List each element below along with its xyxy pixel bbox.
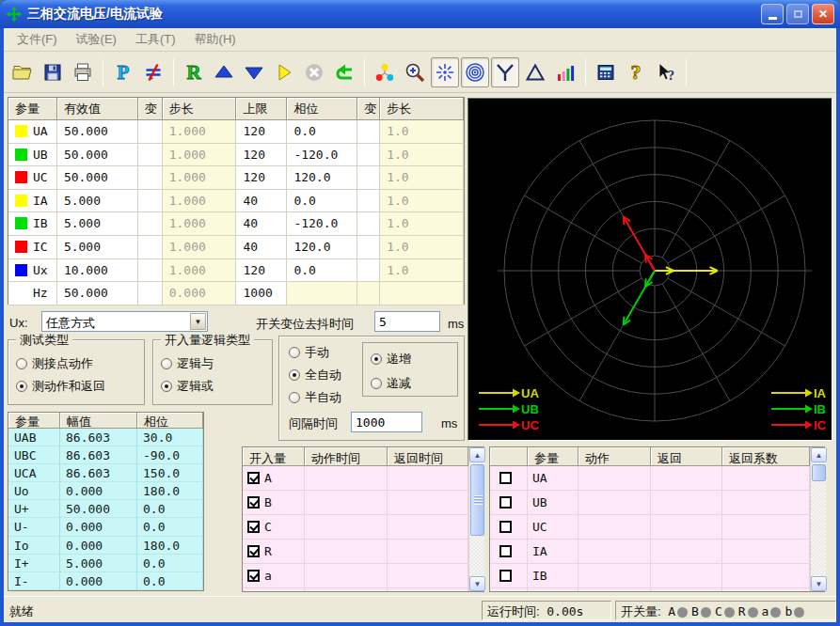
limit-cell[interactable]: 120 — [236, 144, 287, 167]
checkbox-UA[interactable] — [499, 472, 512, 484]
revert-button[interactable] — [330, 57, 358, 87]
menu-item-2[interactable]: 试验(E) — [67, 28, 126, 51]
input-table-scrollbar-down-arrow[interactable]: ▼ — [469, 576, 485, 591]
phase-cell[interactable]: 120.0 — [287, 166, 357, 190]
start-button[interactable] — [270, 57, 298, 87]
maximize-button[interactable] — [786, 4, 809, 24]
interval-input[interactable] — [351, 412, 422, 432]
calculator-button[interactable] — [592, 57, 620, 87]
limit-cell[interactable]: 120 — [236, 259, 287, 283]
combo-dropdown-icon[interactable]: ▼ — [190, 313, 206, 330]
minimize-button[interactable] — [761, 4, 784, 24]
phase-cell[interactable]: 0.0 — [287, 120, 357, 144]
zoom-in-button[interactable] — [401, 57, 429, 87]
param-header-1: 参量 — [8, 98, 57, 120]
debounce-input[interactable] — [374, 311, 440, 332]
mode-radio-1[interactable]: 手动 — [289, 344, 329, 361]
print-button[interactable] — [69, 57, 97, 87]
ray-view-button[interactable] — [431, 57, 459, 87]
delta-view-button[interactable] — [521, 57, 549, 87]
rms-value-cell[interactable]: 5.000 — [57, 190, 138, 213]
parameter-r-button[interactable]: R — [180, 57, 208, 87]
checkbox-IA[interactable] — [499, 545, 512, 557]
mode-radio-label: 全自动 — [305, 367, 341, 383]
phase-step-cell: 1.0 — [380, 259, 464, 283]
derived-header-2: 幅值 — [60, 413, 137, 429]
y-view-button[interactable] — [491, 57, 519, 87]
direction-radio-2[interactable]: 递减 — [371, 375, 411, 392]
current-legend-arrow-icon — [770, 385, 814, 402]
help-button[interactable]: ? — [622, 57, 650, 87]
phase-color-swatch — [15, 171, 27, 183]
menu-item-3[interactable]: 工具(T) — [126, 28, 185, 51]
checkbox-R[interactable] — [247, 545, 260, 557]
rms-value-cell[interactable]: 10.000 — [57, 259, 138, 283]
toolbar-separator — [585, 59, 586, 86]
step-up-button[interactable] — [210, 57, 238, 87]
fault-set-button[interactable] — [139, 57, 167, 87]
input-table-scrollbar-thumb[interactable] — [470, 464, 484, 536]
context-help-button[interactable]: ? — [652, 57, 680, 87]
ux-mode-combo[interactable]: 任意方式 ▼ — [41, 311, 208, 332]
limit-cell[interactable]: 40 — [236, 212, 287, 236]
phase-cell[interactable]: 0.0 — [287, 259, 357, 283]
phase-cell[interactable]: 0.0 — [287, 190, 357, 213]
limit-cell[interactable]: 40 — [236, 190, 287, 213]
logic-radio-2[interactable]: 逻辑或 — [161, 378, 214, 395]
rms-value-cell[interactable]: 50.000 — [57, 282, 138, 305]
parameter-p-button[interactable]: P — [109, 57, 137, 87]
direction-radio-1[interactable]: 递增 — [371, 351, 411, 368]
save-button[interactable] — [39, 57, 67, 87]
checkbox-A[interactable] — [247, 472, 260, 484]
action-table-scrollbar-down-arrow[interactable]: ▼ — [811, 576, 827, 591]
param-label: Ux — [33, 263, 48, 277]
phase-cell[interactable]: 120.0 — [287, 236, 357, 259]
derived-name-cell: UBC — [8, 446, 60, 464]
action-value-cell — [578, 515, 651, 540]
limit-cell[interactable]: 40 — [236, 236, 287, 259]
vary-cell — [138, 190, 163, 213]
rings-view-button[interactable] — [461, 57, 489, 87]
checkbox-B[interactable] — [247, 496, 260, 509]
rms-value-cell[interactable]: 50.000 — [57, 166, 138, 190]
close-button[interactable]: ✕ — [812, 4, 834, 24]
bars-view-button[interactable] — [551, 57, 579, 87]
action-header-4: 返回系数 — [722, 447, 810, 466]
menu-item-1[interactable]: 文件(F) — [8, 28, 67, 51]
test-type-radio-1[interactable]: 测接点动作 — [16, 355, 93, 372]
phase-cell[interactable]: -120.0 — [287, 212, 357, 236]
checkbox-C[interactable] — [247, 521, 260, 533]
open-button[interactable] — [8, 57, 37, 87]
menu-item-4[interactable]: 帮助(H) — [185, 28, 246, 51]
checkbox-UC[interactable] — [499, 521, 512, 533]
logic-radio-1[interactable]: 逻辑与 — [161, 355, 214, 372]
input-check-cell: C — [243, 515, 305, 540]
rms-value-cell[interactable]: 5.000 — [57, 236, 138, 259]
input-header-2: 动作时间 — [305, 447, 388, 466]
limit-cell[interactable]: 1000 — [236, 282, 287, 305]
action-table-scrollbar-thumb[interactable] — [812, 464, 826, 481]
stop-button — [300, 57, 328, 87]
limit-cell[interactable]: 120 — [236, 120, 287, 144]
step-down-button[interactable] — [240, 57, 268, 87]
input-table-scrollbar-up-arrow[interactable]: ▲ — [469, 447, 485, 462]
phase-cell[interactable]: -120.0 — [287, 144, 357, 167]
checkbox-a[interactable] — [247, 570, 260, 582]
svg-text:R: R — [186, 61, 201, 84]
phase-color-swatch — [15, 241, 27, 253]
rms-value-cell[interactable]: 50.000 — [57, 144, 138, 167]
limit-cell[interactable]: 120 — [236, 166, 287, 190]
action-table-scrollbar[interactable]: ▲▼ — [810, 447, 826, 591]
rms-value-cell[interactable]: 5.000 — [57, 212, 138, 236]
checkbox-IB[interactable] — [499, 570, 512, 582]
mode-radio-3[interactable]: 半自动 — [289, 389, 341, 406]
input-table-scrollbar[interactable]: ▲▼ — [468, 447, 484, 591]
action-table-scrollbar-up-arrow[interactable]: ▲ — [811, 447, 827, 462]
phase-cell: 180.0 — [137, 537, 203, 555]
checkbox-UB[interactable] — [499, 496, 512, 509]
mode-radio-2[interactable]: 全自动 — [289, 367, 341, 383]
test-type-radio-2[interactable]: 测动作和返回 — [16, 378, 105, 395]
derived-row-UAB: UAB86.60330.0 — [8, 429, 203, 446]
phase-sequence-button[interactable] — [371, 57, 399, 87]
rms-value-cell[interactable]: 50.000 — [57, 120, 138, 144]
